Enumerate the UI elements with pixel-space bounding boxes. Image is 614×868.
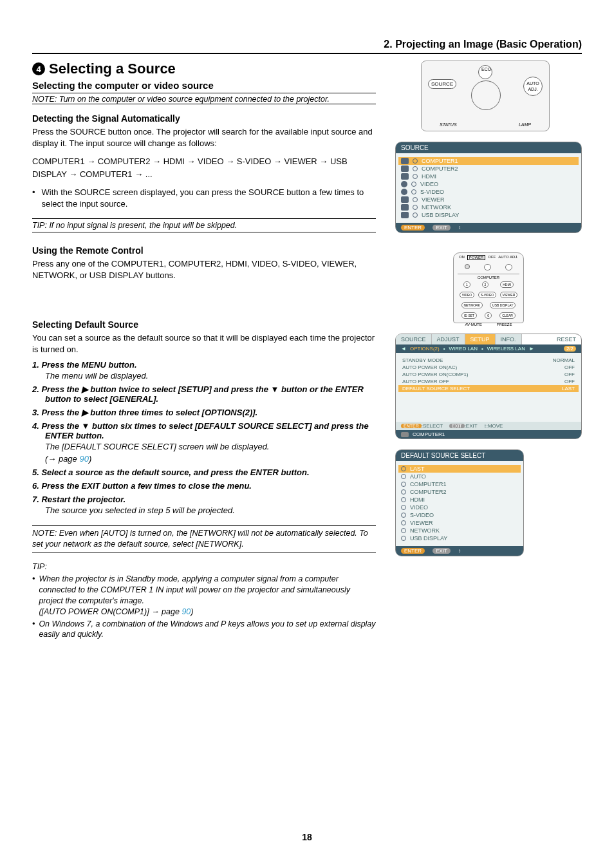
- osd-row: HDMI: [401, 173, 576, 180]
- right-column: SOURCE ECO AUTO ADJ. STATUS LAMP SOURCE …: [395, 61, 582, 640]
- enter-pill: ENTER: [401, 424, 422, 428]
- page-link-90b[interactable]: 90: [181, 607, 191, 616]
- osd-row: S-VIDEO: [401, 188, 576, 196]
- page-number: 18: [0, 832, 614, 842]
- osd-row: HDMI: [401, 496, 518, 504]
- detect-bullet: • With the SOURCE screen displayed, you …: [32, 187, 376, 209]
- section-subhead: Selecting the computer or video source: [32, 80, 376, 91]
- detect-heading: Detecting the Signal Automatically: [32, 113, 376, 124]
- osd-body: LAST AUTO COMPUTER1 COMPUTER2 HDMI VIDEO…: [396, 461, 523, 546]
- tip-2-text: On Windows 7, a combination of the Windo…: [39, 619, 376, 641]
- bullet-marker: •: [32, 619, 35, 641]
- radio-icon: [401, 466, 406, 471]
- remote-button-icon: 1: [463, 281, 470, 288]
- setup-row: AUTO POWER ON(COMP1)OFF: [402, 371, 575, 378]
- osd-title: DEFAULT SOURCE SELECT: [396, 450, 523, 461]
- step-4-sub2: (→ page 90): [45, 454, 376, 464]
- tip-1b-suffix: ): [191, 607, 193, 616]
- osd-title: SOURCE: [396, 142, 581, 153]
- exit-pill: EXIT: [433, 548, 451, 554]
- remote-button-icon: 0: [485, 312, 492, 319]
- tip-bar: TIP: If no input signal is present, the …: [32, 218, 376, 232]
- setup-osd-figure: SOURCE ADJUST SETUP INFO. RESET ◄ OPTION…: [395, 334, 582, 439]
- osd-row-selected: COMPUTER1: [398, 157, 579, 165]
- tip-1-text: When the projector is in Standby mode, a…: [39, 574, 350, 605]
- setup-row-selected: DEFAULT SOURCE SELECTLAST: [398, 385, 579, 392]
- radio-icon: [401, 536, 406, 541]
- source-icon: [401, 181, 407, 187]
- lamp-led-label: LAMP: [519, 122, 531, 127]
- step-5: 5. Select a source as the default source…: [32, 467, 376, 477]
- remote-button-icon: NETWORK: [461, 302, 483, 308]
- remote-freeze-label: FREEZE: [497, 323, 512, 326]
- page-link-90a[interactable]: 90: [79, 454, 88, 464]
- setup-body: STANDBY MODENORMAL AUTO POWER ON(AC)OFF …: [396, 353, 581, 422]
- step-4-sub1: The [DEFAULT SOURCE SELECT] screen will …: [45, 442, 376, 451]
- tip-1: • When the projector is in Standby mode,…: [32, 574, 376, 618]
- remote-button-icon: VIDEO: [460, 292, 475, 298]
- osd-item-label: VIEWER: [410, 520, 433, 526]
- osd-row: NETWORK: [401, 527, 518, 534]
- default-source-intro: You can set a source as the default sour…: [32, 332, 376, 355]
- remote-heading: Using the Remote Control: [32, 245, 376, 256]
- osd-row: USB DISPLAY: [401, 211, 576, 219]
- radio-icon: [401, 505, 406, 510]
- setup-row-value: OFF: [564, 364, 575, 370]
- power-ring-icon: [471, 80, 501, 110]
- osd-row: NETWORK: [401, 203, 576, 211]
- note-bottom: NOTE: Even when [AUTO] is turned on, the…: [32, 525, 376, 552]
- divider: [32, 104, 376, 104]
- subtab-wireless: WIRELESS LAN: [487, 346, 525, 352]
- radio-icon: [401, 497, 406, 502]
- osd-footer: ENTER EXIT ↕: [396, 223, 581, 232]
- setup-row-label: AUTO POWER OFF: [402, 379, 449, 384]
- exit-pill: EXIT: [433, 225, 451, 231]
- osd-item-label: LAST: [410, 466, 425, 472]
- osd-row: VIEWER: [401, 519, 518, 527]
- step-4: 4. Press the ▼ button six times to selec…: [32, 421, 376, 440]
- radio-icon: [401, 482, 406, 487]
- osd-item-label: USB DISPLAY: [422, 212, 459, 218]
- setup-row-value: NORMAL: [553, 357, 575, 363]
- move-label: ↕:MOVE: [484, 423, 503, 429]
- status-led-label: STATUS: [440, 122, 457, 127]
- radio-icon: [413, 205, 418, 210]
- osd-item-label: COMPUTER1: [422, 158, 458, 164]
- radio-icon: [413, 197, 418, 202]
- radio-icon: [401, 528, 406, 533]
- page-indicator: 2/2: [564, 346, 576, 352]
- source-icon: [401, 204, 409, 211]
- auto-adj-button-icon: AUTO ADJ.: [523, 77, 543, 96]
- osd-row: USB DISPLAY: [401, 534, 518, 542]
- setup-subtabs: ◄ OPTIONS(2) • WIRED LAN • WIRELESS LAN …: [396, 344, 581, 353]
- osd-row: COMPUTER2: [401, 165, 576, 173]
- osd-row: VIDEO: [401, 504, 518, 511]
- source-icon: [401, 189, 407, 195]
- osd-item-label: HDMI: [410, 496, 425, 503]
- remote-button-icon: [465, 264, 470, 269]
- radio-icon: [411, 182, 416, 187]
- tip-lead: TIP:: [32, 561, 376, 572]
- bullet-marker: •: [32, 574, 35, 618]
- radio-icon: [401, 520, 406, 525]
- move-indicator: ↕: [458, 548, 461, 554]
- setup-row: AUTO POWER OFFOFF: [402, 378, 575, 385]
- tab-adjust: ADJUST: [432, 334, 465, 344]
- control-panel-figure: SOURCE ECO AUTO ADJ. STATUS LAMP: [421, 61, 550, 131]
- radio-icon: [413, 158, 418, 164]
- osd-item-label: USB DISPLAY: [410, 535, 447, 542]
- setup-row-value: OFF: [564, 379, 575, 384]
- osd-item-label: COMPUTER2: [410, 489, 447, 495]
- setup-row-value: LAST: [562, 386, 575, 392]
- radio-icon: [413, 174, 418, 179]
- setup-row-label: AUTO POWER ON(COMP1): [402, 372, 469, 377]
- remote-button-icon: [505, 264, 512, 270]
- setup-footer: ENTER:SELECT EXIT:EXIT ↕:MOVE: [396, 422, 581, 430]
- osd-row: VIDEO: [401, 180, 576, 188]
- remote-button-icon: VIEWER: [500, 292, 518, 298]
- remote-button-icon: ID SET: [461, 312, 477, 319]
- tab-reset: RESET: [552, 334, 581, 344]
- remote-button-icon: [484, 264, 491, 270]
- tab-info: INFO.: [496, 334, 522, 344]
- osd-row-selected: LAST: [398, 465, 521, 473]
